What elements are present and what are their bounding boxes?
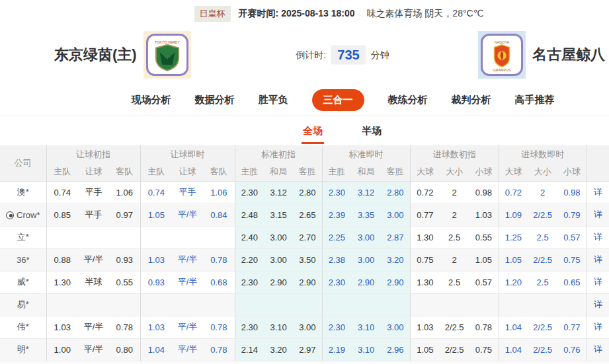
odds-cell: 平/半 — [78, 316, 109, 338]
countdown: 倒计时: 735 分钟 — [296, 46, 389, 65]
odds-cell — [528, 293, 557, 316]
odds-cell: 0.84 — [203, 203, 235, 226]
odds-cell: 0.75 — [557, 248, 587, 271]
odds-cell: 2.48 — [235, 203, 264, 226]
soccer-ball-icon — [6, 211, 14, 219]
odds-cell — [109, 226, 140, 248]
odds-cell — [172, 293, 203, 316]
sub-header: 小球 — [557, 163, 587, 181]
odds-cell: 2.30 — [235, 316, 264, 338]
odds-cell: 2.87 — [381, 226, 410, 248]
odds-cell: 2.5 — [440, 226, 469, 248]
odds-cell — [293, 293, 322, 316]
detail-link[interactable]: 详 — [594, 232, 602, 242]
odds-cell: 3.00 — [381, 203, 410, 226]
odds-cell: 0.93 — [109, 248, 140, 271]
nav-tab-1[interactable]: 现场分析 — [132, 94, 171, 106]
odds-cell: 平手 — [78, 181, 109, 203]
nav-tab-6[interactable]: 裁判分析 — [452, 94, 491, 106]
group-header-4: 标准即时 — [322, 145, 410, 163]
detail-link[interactable]: 详 — [594, 322, 602, 332]
sub-tab-1[interactable]: 全场 — [302, 125, 324, 144]
sub-header: 主队 — [140, 163, 172, 181]
odds-cell: 2.30 — [235, 181, 264, 203]
detail-link[interactable]: 详 — [594, 254, 602, 264]
detail-link[interactable]: 详 — [594, 209, 602, 219]
sub-tab-2[interactable]: 半场 — [360, 125, 383, 144]
nav-tab-5[interactable]: 教练分析 — [388, 94, 428, 106]
detail-link[interactable]: 详 — [594, 299, 602, 309]
detail-cell: 详 — [587, 226, 609, 248]
odds-cell: 1.03 — [46, 316, 78, 338]
detail-link[interactable]: 详 — [594, 344, 602, 354]
odds-cell: 0.55 — [109, 271, 140, 293]
odds-cell: 0.85 — [46, 203, 78, 226]
nav-tab-3[interactable]: 胜平负 — [259, 94, 288, 106]
sub-header: 和局 — [351, 163, 381, 181]
odds-cell: 1.04 — [140, 338, 172, 361]
odds-cell: 3.15 — [264, 203, 293, 226]
odds-cell: 2.65 — [293, 203, 322, 226]
company-cell: 36* — [0, 248, 46, 271]
nagoya-grampus-crest-icon: NAGOYA GRAMPUS — [488, 38, 516, 72]
sub-header: 客胜 — [293, 163, 322, 181]
sub-header: 大小 — [440, 163, 469, 181]
detail-link[interactable]: 详 — [594, 277, 602, 287]
odds-cell — [235, 293, 264, 316]
countdown-unit: 分钟 — [371, 49, 389, 61]
odds-cell: 2/2.5 — [528, 203, 557, 226]
odds-cell — [499, 293, 528, 316]
sub-header: 和局 — [264, 163, 293, 181]
company-cell: 澳* — [0, 181, 46, 203]
odds-cell: 3.12 — [264, 181, 293, 203]
kickoff-time: 开赛时间: 2025-08-13 18:00 — [239, 8, 355, 20]
nav-tab-7[interactable]: 高手推荐 — [515, 94, 555, 106]
odds-cell: 0.78 — [203, 248, 235, 271]
odds-cell: 2/2.5 — [440, 316, 469, 338]
partial-row — [0, 361, 609, 364]
odds-cell: 3.00 — [351, 248, 381, 271]
odds-cell: 1.05 — [140, 203, 172, 226]
nav-tab-4[interactable]: 三合一 — [312, 89, 364, 111]
odds-cell: 2.90 — [351, 271, 381, 293]
odds-cell: 0.97 — [109, 203, 140, 226]
away-crest-top: NAGOYA — [495, 40, 510, 44]
odds-cell: 1.20 — [499, 271, 528, 293]
odds-cell: 2/2.5 — [528, 316, 557, 338]
odds-cell: 0.57 — [469, 271, 499, 293]
company-cell: 伟* — [0, 316, 46, 338]
odds-cell: 1.30 — [410, 226, 440, 248]
odds-cell: 0.98 — [469, 181, 499, 203]
odds-cell: 3.12 — [351, 181, 381, 203]
odds-cell — [264, 293, 293, 316]
odds-cell: 1.03 — [410, 316, 440, 338]
table-row: 36*0.88平/半0.931.03平/半0.782.203.003.502.3… — [0, 248, 609, 271]
odds-cell: 1.03 — [469, 203, 499, 226]
company-name: 立* — [17, 232, 29, 242]
odds-cell: 2.90 — [293, 271, 322, 293]
odds-cell: 0.74 — [140, 181, 172, 203]
table-row: 威*1.30半球0.550.93平/半0.682.302.902.902.302… — [0, 271, 609, 293]
odds-cell: 3.10 — [351, 338, 381, 361]
odds-cell: 1.00 — [46, 338, 78, 361]
odds-cell: 0.57 — [557, 226, 587, 248]
odds-cell: 0.88 — [46, 248, 78, 271]
company-cell: Crow* — [0, 203, 46, 226]
company-name: 36* — [17, 255, 30, 265]
odds-cell: 0.75 — [469, 338, 499, 361]
away-team-name: 名古屋鲸八 — [532, 45, 605, 65]
company-cell: 威* — [0, 271, 46, 293]
detail-link[interactable]: 详 — [594, 187, 602, 197]
nav-tab-2[interactable]: 数据分析 — [195, 94, 235, 106]
detail-cell: 详 — [587, 203, 609, 226]
company-name: 明* — [17, 344, 29, 354]
odds-cell: 1.03 — [140, 316, 172, 338]
odds-cell — [140, 293, 172, 316]
odds-cell: 0.74 — [46, 181, 78, 203]
odds-cell: 0.65 — [557, 271, 587, 293]
odds-cell: 2.14 — [235, 338, 264, 361]
odds-cell: 0.77 — [410, 203, 440, 226]
odds-cell: 平/半 — [78, 338, 109, 361]
detail-cell: 详 — [587, 316, 609, 338]
countdown-value: 735 — [331, 46, 366, 65]
